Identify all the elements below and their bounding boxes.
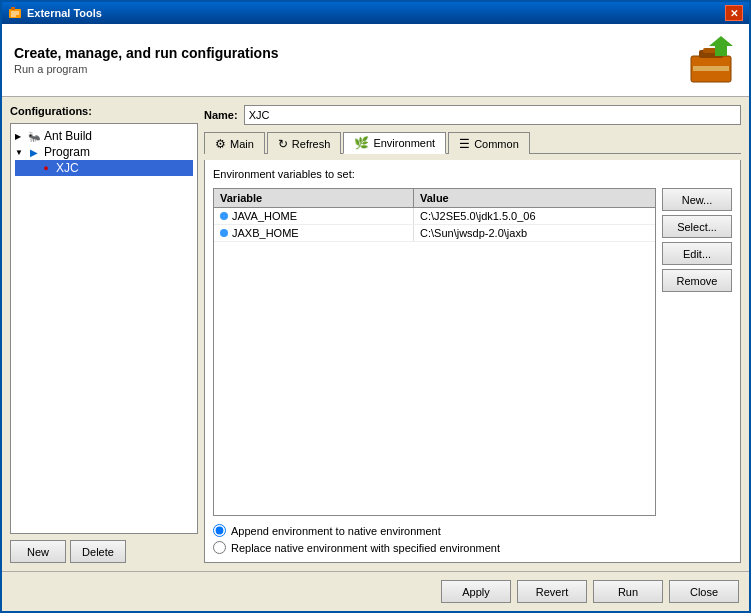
tab-environment[interactable]: 🌿 Environment (343, 132, 446, 154)
dialog-icon (8, 6, 22, 20)
xjc-icon: ● (39, 161, 53, 175)
tab-common-label: Common (474, 138, 519, 150)
right-panel: Name: ⚙ Main ↻ Refresh 🌿 Environment (204, 105, 741, 563)
header-subtitle: Run a program (14, 63, 279, 75)
select-env-button[interactable]: Select... (662, 215, 732, 238)
edit-env-button[interactable]: Edit... (662, 242, 732, 265)
new-env-button[interactable]: New... (662, 188, 732, 211)
env-table-body: JAVA_HOME C:\J2SE5.0\jdk1.5.0_06 JAXB_HO… (214, 208, 655, 242)
tab-main[interactable]: ⚙ Main (204, 132, 265, 154)
title-bar: External Tools ✕ (2, 2, 749, 24)
tree-label-ant: Ant Build (44, 129, 92, 143)
delete-config-button[interactable]: Delete (70, 540, 126, 563)
env-cell-var-jaxb: JAXB_HOME (214, 225, 414, 241)
tab-main-label: Main (230, 138, 254, 150)
dialog-body: Configurations: ▶ 🐜 Ant Build ▼ ▶ Progra… (2, 97, 749, 571)
env-table: Variable Value JAVA_HOME C:\J2SE5.0\jdk1… (213, 188, 656, 516)
col-header-value: Value (414, 189, 655, 207)
apply-button[interactable]: Apply (441, 580, 511, 603)
col-header-variable: Variable (214, 189, 414, 207)
env-action-buttons: New... Select... Edit... Remove (662, 188, 732, 516)
tab-environment-label: Environment (373, 137, 435, 149)
refresh-tab-icon: ↻ (278, 137, 288, 151)
svg-rect-9 (693, 66, 729, 71)
dialog-window: External Tools ✕ Create, manage, and run… (0, 0, 751, 613)
environment-tab-icon: 🌿 (354, 136, 369, 150)
env-dot-jaxb (220, 229, 228, 237)
tree-item-xjc[interactable]: ● XJC (15, 160, 193, 176)
dialog-header: Create, manage, and run configurations R… (2, 24, 749, 97)
tree-item-ant-build[interactable]: ▶ 🐜 Ant Build (15, 128, 193, 144)
env-row-java-home[interactable]: JAVA_HOME C:\J2SE5.0\jdk1.5.0_06 (214, 208, 655, 225)
radio-append[interactable]: Append environment to native environment (213, 524, 732, 537)
revert-button[interactable]: Revert (517, 580, 587, 603)
name-input[interactable] (244, 105, 741, 125)
left-buttons: New Delete (10, 540, 198, 563)
tree-label-xjc: XJC (56, 161, 79, 175)
name-label: Name: (204, 109, 238, 121)
ant-icon: 🐜 (27, 129, 41, 143)
tab-refresh[interactable]: ↻ Refresh (267, 132, 342, 154)
bottom-bar: Apply Revert Run Close (2, 571, 749, 611)
configs-label: Configurations: (10, 105, 198, 117)
tree-item-program[interactable]: ▼ ▶ Program (15, 144, 193, 160)
expand-arrow-program: ▼ (15, 148, 25, 157)
radio-replace[interactable]: Replace native environment with specifie… (213, 541, 732, 554)
close-button[interactable]: ✕ (725, 5, 743, 21)
env-var-jaxb-label: JAXB_HOME (232, 227, 299, 239)
header-title: Create, manage, and run configurations (14, 45, 279, 61)
tab-common[interactable]: ☰ Common (448, 132, 530, 154)
close-dialog-button[interactable]: Close (669, 580, 739, 603)
env-label: Environment variables to set: (213, 168, 732, 180)
tree-label-program: Program (44, 145, 90, 159)
common-tab-icon: ☰ (459, 137, 470, 151)
left-panel: Configurations: ▶ 🐜 Ant Build ▼ ▶ Progra… (10, 105, 198, 563)
title-bar-text: External Tools (27, 7, 725, 19)
tab-content-environment: Environment variables to set: Variable V… (204, 160, 741, 563)
env-cell-val-jaxb: C:\Sun\jwsdp-2.0\jaxb (414, 225, 655, 241)
env-cell-var-java: JAVA_HOME (214, 208, 414, 224)
config-tree[interactable]: ▶ 🐜 Ant Build ▼ ▶ Program ● XJC (10, 123, 198, 534)
env-cell-val-java: C:\J2SE5.0\jdk1.5.0_06 (414, 208, 655, 224)
tabs-row: ⚙ Main ↻ Refresh 🌿 Environment ☰ Common (204, 131, 741, 154)
run-button[interactable]: Run (593, 580, 663, 603)
radio-replace-input[interactable] (213, 541, 226, 554)
env-table-header: Variable Value (214, 189, 655, 208)
name-row: Name: (204, 105, 741, 125)
env-dot-java (220, 212, 228, 220)
header-icon (685, 34, 737, 86)
radio-append-label: Append environment to native environment (231, 525, 441, 537)
expand-arrow-ant: ▶ (15, 132, 25, 141)
program-icon: ▶ (27, 145, 41, 159)
radio-append-input[interactable] (213, 524, 226, 537)
new-config-button[interactable]: New (10, 540, 66, 563)
env-table-container: Variable Value JAVA_HOME C:\J2SE5.0\jdk1… (213, 188, 732, 516)
radio-replace-label: Replace native environment with specifie… (231, 542, 500, 554)
svg-rect-1 (11, 7, 15, 10)
main-tab-icon: ⚙ (215, 137, 226, 151)
header-text: Create, manage, and run configurations R… (14, 45, 279, 75)
env-row-jaxb-home[interactable]: JAXB_HOME C:\Sun\jwsdp-2.0\jaxb (214, 225, 655, 242)
radio-group-env: Append environment to native environment… (213, 524, 732, 554)
remove-env-button[interactable]: Remove (662, 269, 732, 292)
env-var-java-label: JAVA_HOME (232, 210, 297, 222)
tab-refresh-label: Refresh (292, 138, 331, 150)
